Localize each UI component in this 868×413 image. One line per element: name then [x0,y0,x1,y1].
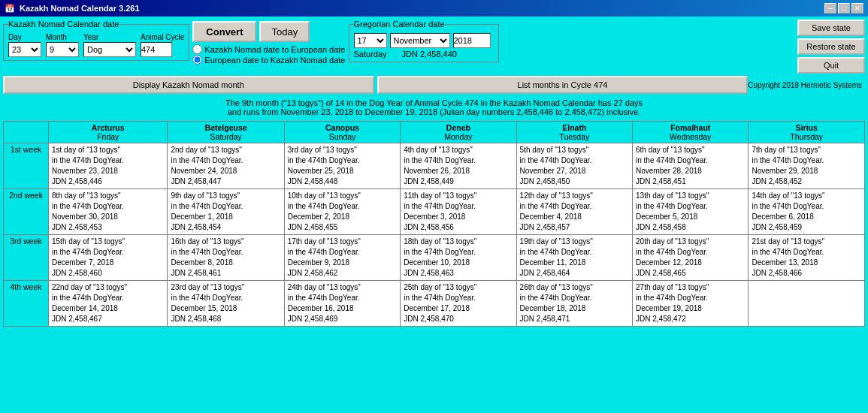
kazakh-date-legend: Kazakh Nomad Calendar date [8,20,119,29]
day-label: Day [8,33,41,41]
top-controls: Kazakh Nomad Calendar date Day 23 Month … [3,20,865,74]
week-label: 2nd week [4,189,49,235]
day-cell: 16th day of "13 togys"in the 474th DogYe… [168,235,284,281]
day-cell: 10th day of "13 togys"in the 474th DogYe… [284,189,400,235]
week-label: 1st week [4,143,49,189]
month-label: Month [46,33,79,41]
radio-option1-label[interactable]: Kazakh Nomad date to European date [192,44,345,54]
day-cell: 27th day of "13 togys"in the 474th DogYe… [633,281,749,327]
day-cell: 17th day of "13 togys"in the 474th DogYe… [284,235,400,281]
calendar-table: ArcturusFridayBetelgeuseSaturdayCanopusS… [3,121,865,327]
close-button[interactable]: ✕ [851,3,863,14]
day-of-week: Saturday [354,50,387,59]
radio-group: Kazakh Nomad date to European date Europ… [192,44,345,65]
today-button[interactable]: Today [259,21,310,42]
cycle-input[interactable]: 474 [141,42,172,57]
app-title: Kazakh Nomad Calendar 3.261 [20,4,140,13]
convert-button[interactable]: Convert [192,21,256,42]
table-row: 1st week1st day of "13 togys"in the 474t… [4,143,865,189]
calendar-header: DenebMonday [401,122,516,143]
day-cell: 12th day of "13 togys"in the 474th DogYe… [516,189,632,235]
week-label: 3rd week [4,235,49,281]
cycle-label: Animal Cycle [141,33,184,41]
greg-month-select[interactable]: November [390,33,450,48]
day-cell: 15th day of "13 togys"in the 474th DogYe… [49,235,168,281]
day-cell: 11th day of "13 togys"in the 474th DogYe… [401,189,516,235]
calendar-header: SiriusThursday [749,122,865,143]
week-label: 4th week [4,281,49,327]
month-select[interactable]: 9 [46,42,79,57]
day-cell: 4th day of "13 togys"in the 474th DogYea… [401,143,516,189]
radio-option2[interactable] [192,55,202,65]
day-cell: 7th day of "13 togys"in the 474th DogYea… [749,143,865,189]
copyright-text: Copyright 2018 Hermetic Systems [748,81,865,89]
gregorian-date-fieldset: Gregorian Calendar date 17 November 2018… [349,20,499,62]
radio-option2-label[interactable]: European date to Kazakh Nomad date [192,55,345,65]
gregorian-date-legend: Gregorian Calendar date [354,20,445,29]
table-row: 2nd week8th day of "13 togys"in the 474t… [4,189,865,235]
radio-option1[interactable] [192,44,202,54]
day-cell: 1st day of "13 togys"in the 474th DogYea… [49,143,168,189]
app-icon: 📅 [5,4,15,14]
day-cell: 14th day of "13 togys"in the 474th DogYe… [749,189,865,235]
restore-state-button[interactable]: Restore state [797,38,865,55]
display-month-button[interactable]: Display Kazakh Nomad month [3,76,374,94]
info-text: The 9th month ("13 togys") of 14 in the … [3,96,865,119]
day-cell: 21st day of "13 togys"in the 474th DogYe… [749,235,865,281]
calendar-header: ElnathTuesday [516,122,632,143]
day-cell: 8th day of "13 togys"in the 474th DogYea… [49,189,168,235]
day-cell: 22nd day of "13 togys"in the 474th DogYe… [49,281,168,327]
day-cell: 18th day of "13 togys"in the 474th DogYe… [401,235,516,281]
calendar-header: ArcturusFriday [49,122,168,143]
day-cell [749,281,865,327]
day-cell: 26th day of "13 togys"in the 474th DogYe… [516,281,632,327]
day-cell: 9th day of "13 togys"in the 474th DogYea… [168,189,284,235]
day-cell: 25th day of "13 togys"in the 474th DogYe… [401,281,516,327]
day-cell: 13th day of "13 togys"in the 474th DogYe… [633,189,749,235]
greg-year-input[interactable]: 2018 [453,33,491,48]
day-cell: 3rd day of "13 togys"in the 474th DogYea… [284,143,400,189]
title-bar: 📅 Kazakh Nomad Calendar 3.261 ─ □ ✕ [0,0,868,17]
year-label: Year [83,33,136,41]
day-cell: 20th day of "13 togys"in the 474th DogYe… [633,235,749,281]
day-cell: 24th day of "13 togys"in the 474th DogYe… [284,281,400,327]
save-state-button[interactable]: Save state [797,20,865,36]
calendar-header: FomalhautWednesday [633,122,749,143]
day-select[interactable]: 23 [8,42,41,57]
main-content: Kazakh Nomad Calendar date Day 23 Month … [0,17,868,413]
day-cell: 19th day of "13 togys"in the 474th DogYe… [516,235,632,281]
info-line1: The 9th month ("13 togys") of 14 in the … [5,98,863,107]
day-cell: 2nd day of "13 togys"in the 474th DogYea… [168,143,284,189]
table-row: 4th week22nd day of "13 togys"in the 474… [4,281,865,327]
day-cell: 23rd day of "13 togys"in the 474th DogYe… [168,281,284,327]
jdn-value: JDN 2,458,440 [402,50,457,59]
calendar-header: CanopusSunday [284,122,400,143]
list-months-button[interactable]: List months in Cycle 474 [377,76,749,94]
table-row: 3rd week15th day of "13 togys"in the 474… [4,235,865,281]
day-cell: 6th day of "13 togys"in the 474th DogYea… [633,143,749,189]
info-line2: and runs from November 23, 2018 to Decem… [5,107,863,116]
day-cell: 5th day of "13 togys"in the 474th DogYea… [516,143,632,189]
calendar-header: BetelgeuseSaturday [168,122,284,143]
year-select[interactable]: Dog [83,42,136,57]
quit-button[interactable]: Quit [797,57,865,74]
right-buttons: Save state Restore state Quit [797,20,865,74]
kazakh-date-fieldset: Kazakh Nomad Calendar date Day 23 Month … [3,20,189,61]
maximize-button[interactable]: □ [838,3,850,14]
greg-day-select[interactable]: 17 [354,33,387,48]
minimize-button[interactable]: ─ [824,3,836,14]
